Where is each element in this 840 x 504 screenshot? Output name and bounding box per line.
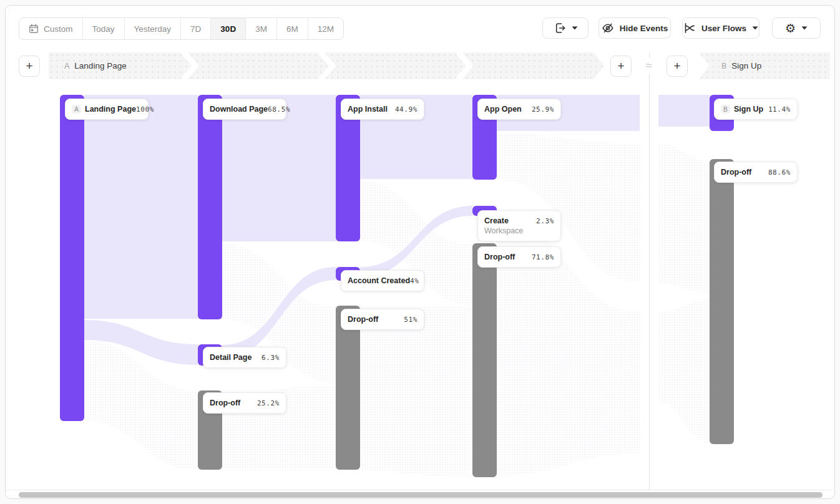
gear-icon: ⚙: [785, 22, 796, 34]
node-card-detail-page[interactable]: Detail Page 6.3%: [203, 347, 286, 368]
dropoff-flow-into-signup-dropoff-upper[interactable]: [658, 143, 710, 293]
chevron-separator-icon: [182, 52, 199, 79]
node-pct: 2.3%: [536, 217, 554, 225]
bar-dropoff-col4[interactable]: [472, 243, 497, 477]
date-range-3m[interactable]: 3M: [246, 18, 277, 39]
node-pct: 11.4%: [768, 105, 791, 114]
view-selector-button[interactable]: User Flows: [682, 17, 759, 39]
node-card-landing-page[interactable]: ALanding Page 100%: [65, 99, 149, 120]
flows-chart-icon: [683, 22, 696, 34]
bar-download-page[interactable]: [198, 95, 222, 319]
node-badge: B: [721, 105, 730, 114]
hide-events-label: Hide Events: [620, 24, 668, 33]
node-card-app-install[interactable]: App Install 44.9%: [341, 99, 424, 120]
node-card-account-created[interactable]: Account Created 4%: [341, 270, 424, 291]
step-b-badge: B: [721, 62, 726, 70]
node-card-download-page[interactable]: Download Page 68.5%: [203, 99, 286, 120]
eye-off-icon: [602, 22, 614, 34]
flow-step-b-band[interactable]: B Sign Up: [699, 52, 830, 79]
node-pct: 88.6%: [768, 168, 791, 177]
flow-edge-to-signup[interactable]: [658, 95, 710, 127]
caret-down-icon: [752, 26, 758, 30]
dropoff-flow-into-signup-dropoff-lower[interactable]: [658, 299, 710, 443]
node-pct: 25.9%: [532, 105, 554, 114]
approx-symbol: ≈: [642, 58, 657, 74]
node-card-create-workspace[interactable]: Create 2.3% Workspace: [477, 210, 561, 241]
date-range-30d[interactable]: 30D: [211, 18, 246, 39]
canvas-bottom-divider: [6, 490, 834, 490]
node-card-dropoff-col2[interactable]: Drop-off 25.2%: [203, 392, 286, 414]
flow-step-a-label: A Landing Page: [64, 61, 127, 70]
export-button[interactable]: [542, 17, 588, 39]
node-badge: A: [72, 105, 81, 114]
node-card-app-open[interactable]: App Open 25.9%: [477, 99, 561, 120]
bar-landing-page[interactable]: [60, 95, 84, 421]
date-range-12m[interactable]: 12M: [308, 18, 343, 39]
date-range-7d[interactable]: 7D: [181, 18, 211, 39]
flow-landing-to-download[interactable]: [84, 95, 198, 319]
step-a-badge: A: [64, 62, 69, 70]
hide-events-button[interactable]: Hide Events: [598, 17, 671, 39]
node-pct: 25.2%: [257, 399, 280, 407]
calendar-icon: [29, 24, 39, 34]
chevron-separator-icon: [456, 52, 474, 79]
add-step-b-button[interactable]: +: [667, 56, 688, 77]
bar-dropoff-col3[interactable]: [336, 306, 360, 470]
date-range-selector: Custom Today Yesterday 7D 30D 3M 6M 12M: [19, 17, 344, 40]
horizontal-scrollbar[interactable]: [19, 492, 823, 498]
flow-step-a-band[interactable]: A Landing Page: [49, 52, 604, 79]
add-step-end-button[interactable]: +: [610, 56, 632, 77]
date-range-custom[interactable]: Custom: [19, 18, 83, 39]
node-card-dropoff-signup[interactable]: Drop-off 88.6%: [714, 162, 798, 183]
caret-down-icon: [572, 26, 578, 30]
node-pct: 71.8%: [532, 253, 554, 261]
flow-step-b-label: B Sign Up: [721, 61, 761, 70]
chevron-separator-icon: [319, 52, 336, 79]
date-range-6m[interactable]: 6M: [277, 18, 308, 39]
view-selector-label: User Flows: [701, 24, 746, 33]
node-pct: 68.5%: [268, 105, 290, 114]
export-icon: [554, 22, 566, 34]
bar-dropoff-signup[interactable]: [710, 159, 734, 444]
node-pct: 6.3%: [261, 354, 280, 362]
add-step-start-button[interactable]: +: [19, 56, 40, 77]
node-pct: 100%: [136, 105, 154, 114]
node-card-sign-up[interactable]: BSign Up 11.4%: [714, 99, 798, 120]
node-card-dropoff-col3[interactable]: Drop-off 51%: [341, 309, 424, 330]
date-range-label: Custom: [44, 24, 73, 34]
node-pct: 51%: [404, 316, 418, 324]
node-card-dropoff-col4[interactable]: Drop-off 71.8%: [477, 246, 561, 268]
date-range-today[interactable]: Today: [83, 18, 125, 39]
node-pct: 44.9%: [395, 105, 418, 114]
dropoff-flow-col3-to-col4[interactable]: [360, 306, 472, 477]
date-range-yesterday[interactable]: Yesterday: [125, 18, 182, 39]
node-pct: 4%: [410, 277, 419, 285]
settings-button[interactable]: ⚙: [772, 17, 821, 39]
caret-down-icon: [801, 26, 808, 30]
